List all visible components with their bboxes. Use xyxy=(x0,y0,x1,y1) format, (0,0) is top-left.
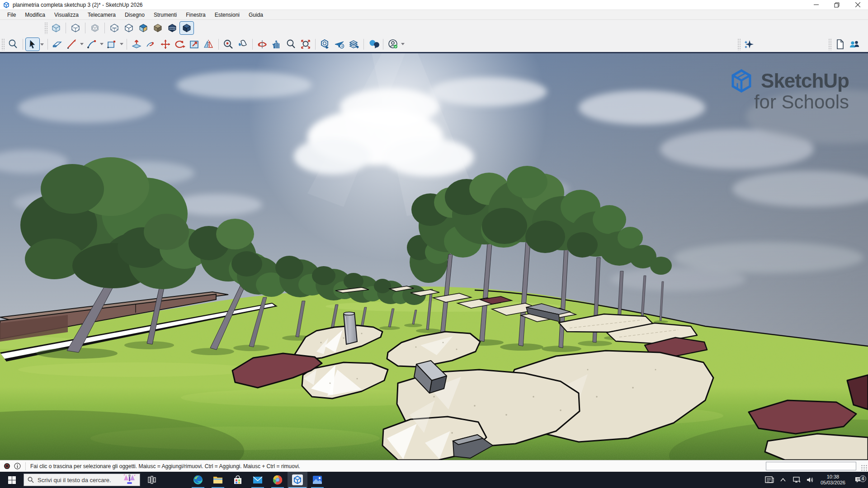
taskbar-app-edge[interactable] xyxy=(188,472,208,488)
orbit-tool-button[interactable] xyxy=(255,38,269,51)
main-toolbar xyxy=(0,36,868,53)
taskbar-search[interactable]: Scrivi qui il testo da cercare. xyxy=(24,474,140,486)
account-button[interactable] xyxy=(386,38,400,51)
taskbar: Scrivi qui il testo da cercare. xyxy=(0,472,868,488)
style-monochrome-striped-button[interactable] xyxy=(165,21,179,35)
pan-tool-button[interactable] xyxy=(269,38,284,51)
zoom-extents-button[interactable] xyxy=(298,38,313,51)
model-scene xyxy=(0,53,868,460)
style-hidden-line-button[interactable] xyxy=(122,21,136,35)
restore-button[interactable] xyxy=(826,0,847,10)
measurements-input[interactable] xyxy=(766,462,856,470)
taskbar-app-sketchup[interactable] xyxy=(288,472,307,488)
status-hint: Fai clic o trascina per selezionare gli … xyxy=(30,463,300,469)
status-bar: Fai clic o trascina per selezionare gli … xyxy=(0,460,868,472)
styles-toolbar xyxy=(0,20,868,36)
menu-file[interactable]: File xyxy=(3,10,20,20)
taskbar-app-file-explorer[interactable] xyxy=(208,472,228,488)
menu-finestra[interactable]: Finestra xyxy=(181,10,210,20)
paint-bucket-tool-button[interactable] xyxy=(236,38,250,51)
eraser-tool-button[interactable] xyxy=(50,38,65,51)
search-placeholder: Scrivi qui il testo da cercare. xyxy=(38,477,119,483)
menu-estensioni[interactable]: Estensioni xyxy=(210,10,244,20)
toolbar-drag-handle[interactable] xyxy=(44,22,47,34)
line-dropdown-arrow[interactable] xyxy=(80,43,84,45)
zoom-tool-button[interactable] xyxy=(284,38,298,51)
chat-button[interactable] xyxy=(366,38,381,51)
network-icon[interactable] xyxy=(790,476,803,483)
arc-dropdown-arrow[interactable] xyxy=(100,43,104,45)
tray-time: 10:38 xyxy=(821,474,845,480)
rectangle-dropdown-arrow[interactable] xyxy=(120,43,123,45)
minimize-button[interactable] xyxy=(806,0,826,10)
tape-measure-tool-button[interactable] xyxy=(221,38,236,51)
menu-bar: File Modifica Visualizza Telecamera Dise… xyxy=(0,10,868,20)
search-highlight-art xyxy=(123,474,136,486)
collaborators-button[interactable] xyxy=(847,38,862,51)
style-back-edges-button[interactable] xyxy=(68,21,83,35)
task-view-button[interactable] xyxy=(142,472,162,488)
sketchup-logo-icon xyxy=(728,68,755,94)
style-shaded-button[interactable] xyxy=(136,21,151,35)
pillar[interactable] xyxy=(344,312,357,345)
3d-warehouse-button[interactable] xyxy=(318,38,332,51)
push-pull-tool-button[interactable] xyxy=(129,38,144,51)
notification-center-button[interactable]: 4 xyxy=(849,476,868,483)
follow-me-tool-button[interactable] xyxy=(144,38,158,51)
style-wireframe-button[interactable] xyxy=(88,21,102,35)
watermark-title: SketchUp xyxy=(761,70,849,92)
menu-modifica[interactable]: Modifica xyxy=(20,10,50,20)
line-tool-button[interactable] xyxy=(65,38,79,51)
info-icon[interactable] xyxy=(14,463,21,469)
menu-guida[interactable]: Guida xyxy=(244,10,268,20)
close-button[interactable] xyxy=(847,0,868,10)
geolocation-icon[interactable] xyxy=(4,463,10,469)
volume-icon[interactable] xyxy=(803,476,817,483)
share-model-button[interactable] xyxy=(332,38,347,51)
scale-tool-button[interactable] xyxy=(187,38,202,51)
title-bar: planimetria completa sketchup 3 (2)* - S… xyxy=(0,0,868,10)
select-tool-button[interactable] xyxy=(25,38,40,51)
export-layers-button[interactable] xyxy=(347,38,361,51)
style-hidden-line-wire-button[interactable] xyxy=(107,21,122,35)
sketchup-app-icon xyxy=(3,1,10,9)
start-button[interactable] xyxy=(0,472,24,488)
taskbar-app-mail[interactable] xyxy=(248,472,268,488)
resize-grip[interactable] xyxy=(861,465,867,471)
taskbar-app-photos[interactable] xyxy=(307,472,327,488)
menu-telecamera[interactable]: Telecamera xyxy=(83,10,120,20)
menu-disegno[interactable]: Disegno xyxy=(120,10,149,20)
sketchup-window: planimetria completa sketchup 3 (2)* - S… xyxy=(0,0,868,488)
move-tool-button[interactable] xyxy=(158,38,173,51)
style-monochrome-button[interactable] xyxy=(179,21,194,35)
ai-sparkle-button[interactable] xyxy=(742,38,756,51)
taskbar-app-store[interactable] xyxy=(228,472,248,488)
taskbar-app-chrome[interactable] xyxy=(268,472,288,488)
window-title: planimetria completa sketchup 3 (2)* - S… xyxy=(13,2,142,8)
tray-chevron-icon[interactable] xyxy=(776,478,790,482)
menu-visualizza[interactable]: Visualizza xyxy=(50,10,83,20)
menu-strumenti[interactable]: Strumenti xyxy=(149,10,181,20)
arc-tool-button[interactable] xyxy=(85,38,99,51)
sketchup-for-schools-watermark: SketchUp for Schools xyxy=(728,68,849,113)
rotate-tool-button[interactable] xyxy=(173,38,187,51)
toolbar-drag-handle[interactable] xyxy=(737,38,741,50)
style-xray-button[interactable] xyxy=(49,21,63,35)
search-icon xyxy=(28,477,34,483)
toolbar-drag-handle[interactable] xyxy=(828,38,831,50)
notification-badge: 4 xyxy=(859,475,866,482)
news-widget-icon[interactable] xyxy=(763,476,776,484)
search-tools-button[interactable] xyxy=(6,38,20,51)
tray-clock[interactable]: 10:38 05/03/2026 xyxy=(817,474,849,486)
toolbar-drag-handle[interactable] xyxy=(1,38,5,50)
rectangle-tool-button[interactable] xyxy=(104,38,119,51)
flip-tool-button[interactable] xyxy=(202,38,216,51)
tray-date: 05/03/2026 xyxy=(821,480,845,486)
3d-viewport[interactable]: SketchUp for Schools xyxy=(0,53,868,460)
select-dropdown-arrow[interactable] xyxy=(40,43,44,46)
style-shaded-textures-button[interactable] xyxy=(151,21,165,35)
new-document-button[interactable] xyxy=(833,38,847,51)
account-dropdown-arrow[interactable] xyxy=(401,43,405,45)
watermark-subtitle: for Schools xyxy=(754,91,849,113)
